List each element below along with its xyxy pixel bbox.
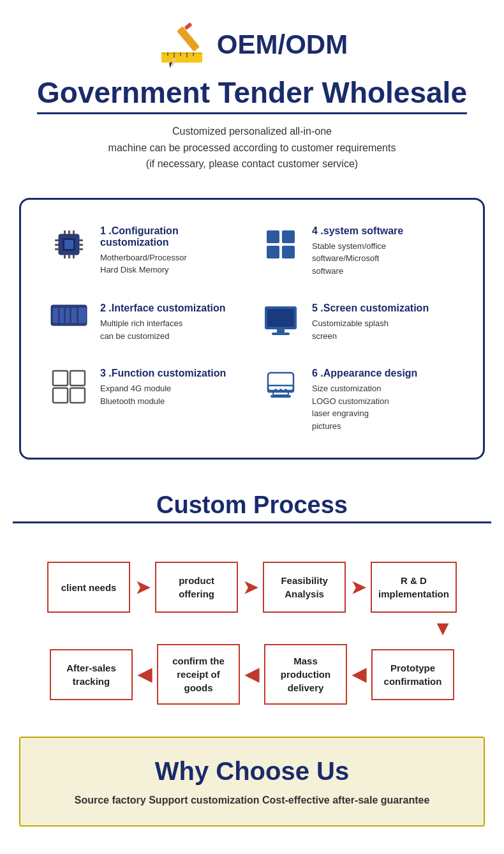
interface-icon [47,303,91,328]
process-box-mass-production: Mass production delivery [264,644,347,705]
custom-item-1: 1 .Configuration customization Motherboa… [40,213,252,290]
section-title-wrap: Custom Process [13,491,491,543]
custom-item-1-text: 1 .Configuration customization Motherboa… [100,225,246,276]
svg-rect-39 [272,333,290,335]
process-section: Custom Process client needs ➤ product of… [0,479,504,724]
why-title: Why Choose Us [33,757,471,786]
svg-rect-35 [78,308,86,323]
arrow-left-2: ◀ [240,664,264,685]
svg-rect-31 [53,308,58,323]
device-icon [258,368,303,406]
svg-rect-19 [79,248,83,250]
svg-point-46 [274,389,277,391]
svg-rect-10 [184,22,192,30]
svg-rect-22 [73,230,75,234]
custom-item-4-text: 4 .system software Stable system/office … [312,225,403,278]
gov-title: Government Tender Wholesale [13,75,491,123]
svg-rect-32 [60,308,64,323]
svg-rect-33 [66,308,70,323]
svg-rect-18 [79,244,83,246]
process-row-1: client needs ➤ product offering ➤ Feasib… [13,562,491,613]
custom-item-4: 4 .system software Stable system/office … [252,213,464,290]
process-box-product-offering: product offering [155,562,238,613]
svg-point-48 [285,389,287,391]
arrow-right-1: ➤ [130,577,155,598]
why-subtitle: Source factory Support customization Cos… [33,795,471,806]
svg-rect-40 [53,371,68,386]
process-box-client-needs: client needs [47,562,130,613]
customization-box: 1 .Configuration customization Motherboa… [19,198,485,460]
chip-icon [47,225,91,264]
svg-rect-25 [73,255,75,258]
process-box-rd: R & D implementation [371,562,457,613]
svg-rect-7 [177,26,200,52]
process-box-feasibility: Feasibility Analysis [263,562,346,613]
custom-item-5-text: 5 .Screen customization Customizable spl… [312,303,429,342]
arrow-right-2: ➤ [238,577,263,598]
svg-rect-37 [267,309,294,327]
oem-title: OEM/ODM [217,29,348,60]
svg-rect-34 [71,308,77,323]
svg-rect-13 [64,240,73,249]
modules-icon [47,368,91,406]
subtitle: Customized personalized all-in-one machi… [13,123,491,172]
svg-rect-49 [273,392,288,395]
svg-rect-28 [267,246,279,258]
svg-rect-16 [55,248,59,250]
svg-rect-26 [267,230,279,243]
process-section-title: Custom Process [13,491,491,523]
svg-rect-42 [53,388,68,403]
custom-item-3: 3 .Function customization Expand 4G modu… [40,355,252,445]
custom-grid: 1 .Configuration customization Motherboa… [40,213,464,446]
arrow-left-1: ◀ [133,664,157,685]
svg-rect-29 [282,246,295,258]
process-row-2: After-sales tracking ◀ confirm the recei… [13,644,491,705]
arrow-down-wrap: ▼ [13,617,491,640]
svg-rect-27 [282,230,295,243]
svg-rect-14 [55,239,59,241]
svg-rect-41 [70,371,85,386]
pencil-ruler-icon [156,19,207,70]
process-box-aftersales: After-sales tracking [50,649,133,700]
why-choose-us-section: Why Choose Us Source factory Support cus… [19,737,485,827]
process-box-confirm-receipt: confirm the receipt of goods [157,644,240,705]
arrow-down-icon: ▼ [433,617,453,640]
header-top: OEM/ODM [13,19,491,70]
svg-rect-17 [79,239,83,241]
custom-item-5: 5 .Screen customization Customizable spl… [252,290,464,355]
custom-item-3-text: 3 .Function customization Expand 4G modu… [100,368,226,407]
process-box-prototype: Prototype confirmation [371,649,454,700]
arrow-left-3: ◀ [347,664,371,685]
svg-rect-50 [271,395,291,398]
monitor-icon [258,303,303,341]
svg-rect-44 [268,373,293,391]
svg-rect-21 [68,230,70,234]
header-section: OEM/ODM Government Tender Wholesale Cust… [0,0,504,185]
svg-point-47 [279,389,282,391]
svg-rect-15 [55,244,59,246]
arrow-right-3: ➤ [346,577,371,598]
custom-item-6-text: 6 .Appearance design Size customization … [312,368,417,432]
custom-item-2: 2 .Interface customization Multiple rich… [40,290,252,355]
svg-rect-24 [68,255,70,258]
custom-item-6: 6 .Appearance design Size customization … [252,355,464,445]
custom-item-2-text: 2 .Interface customization Multiple rich… [100,303,226,342]
svg-rect-23 [64,255,66,258]
svg-rect-43 [70,388,85,403]
svg-rect-20 [64,230,66,234]
windows-icon [258,225,303,264]
